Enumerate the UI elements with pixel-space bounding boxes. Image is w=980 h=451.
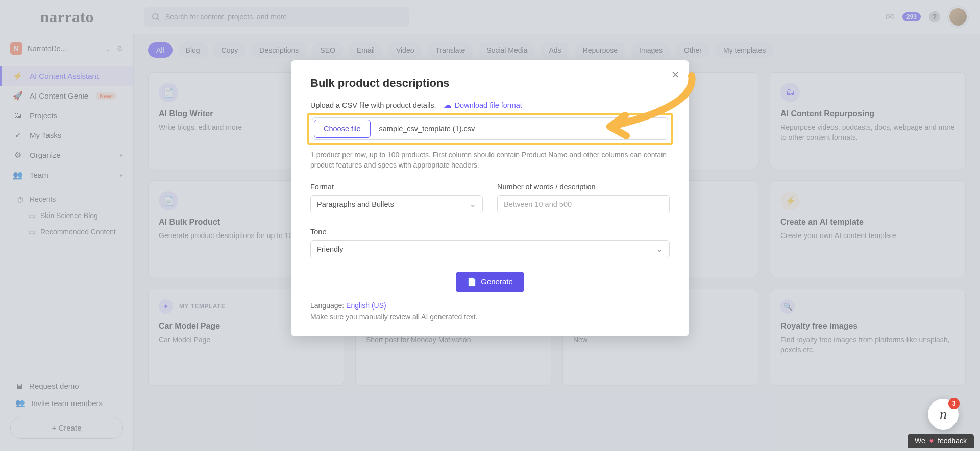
fb-text: feedback: [938, 437, 967, 445]
language-row: Language: English (US): [310, 301, 670, 310]
upload-label: Upload a CSV file with product details.: [310, 101, 436, 109]
chevron-down-icon: ⌄: [470, 200, 476, 208]
selected-file-name: sample_csv_template (1).csv: [372, 125, 475, 133]
dl-label: Download file format: [455, 101, 522, 109]
feedback-button[interactable]: We ♥ feedback: [908, 434, 974, 448]
choose-file-button[interactable]: Choose file: [314, 120, 371, 138]
doc-icon: 📄: [467, 277, 477, 287]
modal-title: Bulk product descriptions: [310, 77, 670, 90]
chat-widget[interactable]: n 3: [928, 399, 959, 430]
words-input[interactable]: Between 10 and 500: [497, 195, 670, 213]
words-placeholder: Between 10 and 500: [504, 200, 572, 208]
download-format-link[interactable]: ☁ Download file format: [444, 100, 522, 110]
file-input-row: Choose file sample_csv_template (1).csv: [312, 117, 668, 140]
notification-badge: 3: [948, 398, 960, 409]
language-link[interactable]: English (US): [346, 301, 386, 310]
words-label: Number of words / description: [497, 183, 670, 191]
widget-letter: n: [940, 406, 947, 422]
format-label: Format: [310, 183, 483, 191]
generate-label: Generate: [481, 277, 513, 286]
generate-button[interactable]: 📄 Generate: [456, 272, 524, 292]
lang-label: Language:: [310, 301, 346, 310]
fb-we: We: [915, 437, 925, 445]
review-note: Make sure you manually review all AI gen…: [310, 313, 670, 321]
bulk-descriptions-modal: ✕ Bulk product descriptions Upload a CSV…: [291, 60, 689, 336]
format-select[interactable]: Paragraphs and Bullets ⌄: [310, 195, 483, 213]
tone-value: Friendly: [317, 245, 344, 253]
chevron-down-icon: ⌄: [656, 245, 663, 253]
tone-label: Tone: [310, 228, 670, 236]
file-hint: 1 product per row, up to 100 products. F…: [310, 150, 670, 171]
close-icon[interactable]: ✕: [671, 68, 680, 81]
format-value: Paragraphs and Bullets: [317, 200, 394, 208]
cloud-download-icon: ☁: [444, 100, 452, 110]
heart-icon: ♥: [929, 437, 934, 445]
tone-select[interactable]: Friendly ⌄: [310, 240, 670, 258]
highlight-annotation: Choose file sample_csv_template (1).csv: [307, 113, 673, 145]
